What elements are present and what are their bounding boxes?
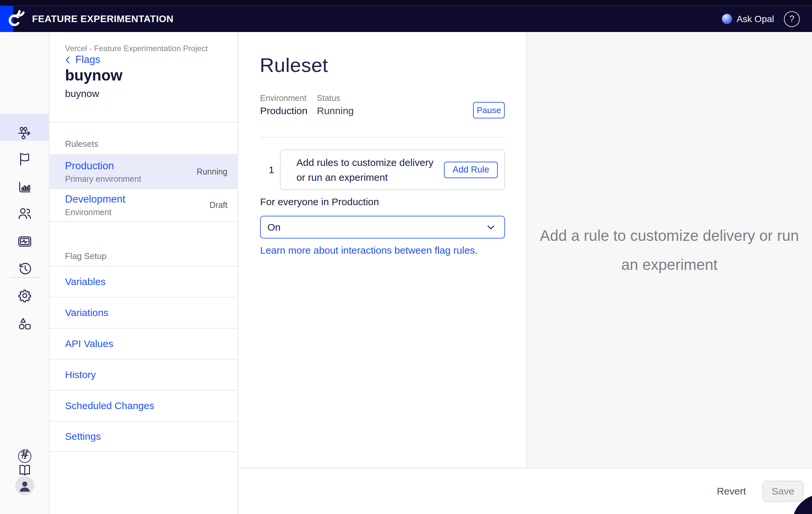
ruleset-row-main: Production Primary environment: [65, 160, 141, 184]
ruleset-description: Primary environment: [65, 174, 141, 184]
ask-opal-button[interactable]: Ask Opal: [722, 14, 774, 24]
environment-label: Environment: [260, 93, 306, 103]
docs-book-icon[interactable]: [17, 462, 32, 478]
flag-sidebar: Vercel - Feature Experimentation Project…: [50, 32, 238, 514]
page-title: Ruleset: [260, 54, 328, 77]
environment-value: Production: [260, 105, 307, 117]
status-value: Running: [317, 105, 354, 117]
ruleset-name-link[interactable]: Production: [65, 160, 141, 172]
sidebar-item-label: Settings: [65, 431, 101, 442]
sidebar-item-settings[interactable]: Settings: [50, 421, 238, 452]
rail-divider: [10, 277, 39, 278]
revert-button[interactable]: Revert: [717, 486, 746, 497]
help-circle-icon[interactable]: ?: [18, 450, 31, 463]
rulesets-section-header: Rulesets: [65, 139, 98, 149]
app-window: FEATURE EXPERIMENTATION Ask Opal ?: [0, 0, 812, 514]
user-avatar[interactable]: [15, 476, 34, 495]
sidebar-item-label: Variables: [65, 276, 106, 288]
app-header: FEATURE EXPERIMENTATION Ask Opal ?: [0, 6, 812, 32]
flag-state-value: On: [267, 222, 281, 233]
sidebar-item-label: Variations: [65, 307, 108, 319]
divider: [260, 137, 505, 138]
save-button[interactable]: Save: [762, 481, 804, 502]
sidebar-item-label: API Values: [65, 338, 113, 350]
help-glyph: ?: [23, 452, 27, 461]
optimizely-logo-icon[interactable]: [5, 8, 26, 29]
flow-icon[interactable]: [17, 125, 32, 140]
back-to-flags-link[interactable]: Flags: [63, 54, 100, 66]
product-title: FEATURE EXPERIMENTATION: [32, 6, 174, 32]
project-name: Vercel - Feature Experimentation Project: [65, 44, 208, 53]
flag-title: buynow: [65, 66, 122, 84]
sidebar-item-variables[interactable]: Variables: [50, 266, 238, 297]
flags-icon[interactable]: [17, 151, 32, 167]
flag-state-dropdown[interactable]: On: [260, 216, 505, 239]
empty-state-text: Add a rule to customize delivery or run …: [534, 221, 805, 279]
flag-setup-section-header: Flag Setup: [65, 251, 107, 261]
opal-orb-icon: [722, 14, 732, 24]
ruleset-name-link[interactable]: Development: [65, 193, 125, 205]
rule-placeholder-text: Add rules to customize delivery or run a…: [296, 155, 444, 185]
rule-placeholder-box: Add rules to customize delivery or run a…: [280, 149, 505, 190]
chevron-left-icon: [63, 55, 72, 64]
add-rule-button[interactable]: Add Rule: [444, 162, 498, 178]
ruleset-status: Running: [197, 167, 227, 177]
pause-button[interactable]: Pause: [473, 102, 505, 118]
status-label: Status: [317, 93, 340, 103]
flag-setup-list: Variables Variations API Values History …: [50, 266, 238, 452]
settings-gear-icon[interactable]: [17, 288, 32, 303]
help-icon[interactable]: ?: [784, 11, 800, 27]
flag-key: buynow: [65, 88, 99, 99]
ruleset-production-row[interactable]: Production Primary environment Running: [50, 154, 238, 188]
learn-more-link[interactable]: Learn more about interactions between fl…: [260, 245, 477, 256]
components-shapes-icon[interactable]: [17, 316, 32, 332]
rule-number: 1: [269, 164, 274, 176]
header-actions: Ask Opal ?: [722, 6, 800, 32]
back-label: Flags: [75, 54, 100, 66]
history-icon[interactable]: [17, 261, 32, 276]
ruleset-status: Draft: [210, 200, 227, 210]
ruleset-row-main: Development Environment: [65, 193, 125, 217]
help-glyph: ?: [789, 14, 794, 24]
sidebar-item-scheduled-changes[interactable]: Scheduled Changes: [50, 390, 238, 421]
divider: [50, 122, 238, 123]
sidebar-item-history[interactable]: History: [50, 359, 238, 390]
chevron-down-icon: [486, 222, 496, 233]
ruleset-description: Environment: [65, 208, 125, 217]
events-monitor-icon[interactable]: [17, 234, 32, 249]
reports-chart-icon[interactable]: [17, 179, 32, 195]
audiences-icon[interactable]: [17, 206, 32, 221]
sidebar-item-variations[interactable]: Variations: [50, 297, 238, 328]
save-bar: Revert Save: [238, 468, 812, 514]
ruleset-development-row[interactable]: Development Environment Draft: [50, 188, 238, 222]
rule-detail-panel: Add a rule to customize delivery or run …: [526, 32, 812, 468]
icon-rail: # ?: [0, 32, 50, 514]
audience-label: For everyone in Production: [260, 196, 379, 208]
sidebar-item-api-values[interactable]: API Values: [50, 328, 238, 359]
sidebar-item-label: History: [65, 369, 96, 381]
sidebar-item-label: Scheduled Changes: [65, 400, 154, 412]
ask-opal-label: Ask Opal: [736, 14, 774, 24]
ruleset-main-panel: Ruleset Environment Status Production Ru…: [238, 32, 526, 468]
browser-top-strip: [0, 0, 812, 6]
